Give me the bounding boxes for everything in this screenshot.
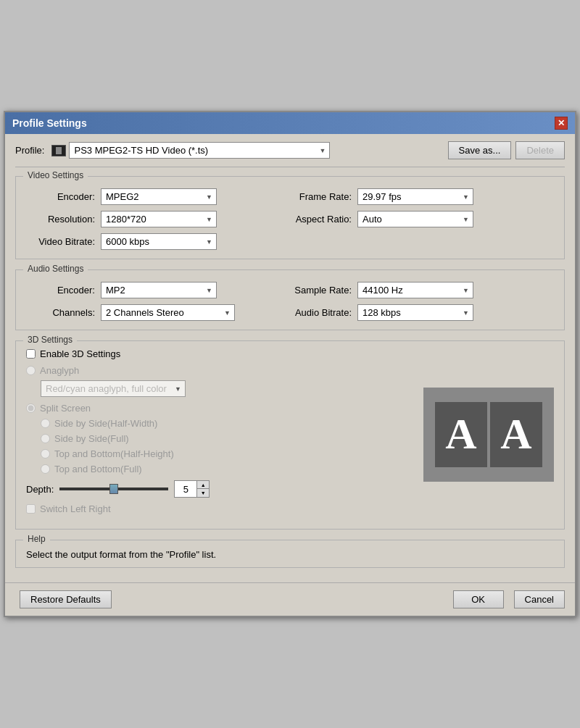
three-d-settings-section: 3D Settings Enable 3D Settings Anaglyph [15,340,565,530]
frame-rate-row: Frame Rate: 29.97 fps30 fps25 fps24 fps [290,188,554,205]
channels-select-wrapper: 2 Channels StereoMono5.1 Surround [101,304,235,321]
anaglyph-color-select-wrapper: Red/cyan anaglyph, full color [41,380,186,397]
channels-select[interactable]: 2 Channels StereoMono5.1 Surround [101,304,235,321]
aspect-ratio-row: Aspect Ratio: Auto16:94:3 [290,211,554,227]
side-by-side-half-radio[interactable] [41,419,50,428]
three-d-left: Enable 3D Settings Anaglyph Red/cyan ana… [26,348,409,520]
audio-encoder-select[interactable]: MP2AACMP3AC3 [101,282,217,298]
resolution-label: Resolution: [26,214,95,225]
profile-select-wrapper-inner: PS3 MPEG2-TS HD Video (*.ts) [69,142,330,159]
audio-encoder-select-wrapper: MP2AACMP3AC3 [101,282,217,298]
sample-rate-row: Sample Rate: 44100 Hz48000 Hz22050 Hz [290,282,554,298]
top-bottom-full-radio[interactable] [41,464,50,474]
side-by-side-full-label: Side by Side(Full) [54,433,129,444]
enable-3d-checkbox[interactable] [26,349,36,359]
resolution-select[interactable]: 1280*7201920*1080640*480 [101,211,217,227]
profile-settings-dialog: Profile Settings ✕ Profile: PS3 MPEG2-TS… [4,111,576,617]
depth-label: Depth: [26,484,54,495]
depth-input[interactable] [175,484,196,495]
depth-spin-buttons: ▲ ▼ [196,481,209,497]
side-by-side-half-label: Side by Side(Half-Width) [54,418,157,429]
video-bitrate-select[interactable]: 6000 kbps8000 kbps4000 kbps [101,233,217,250]
cancel-button[interactable]: Cancel [514,590,565,608]
channels-label: Channels: [26,307,95,318]
video-settings-title: Video Settings [23,170,88,180]
side-by-side-full-row: Side by Side(Full) [41,433,409,444]
side-by-side-half-row: Side by Side(Half-Width) [41,418,409,429]
audio-settings-left: Encoder: MP2AACMP3AC3 Channels: 2 Chann [26,282,290,321]
depth-slider[interactable] [59,488,168,490]
audio-settings-grid: Encoder: MP2AACMP3AC3 Channels: 2 Chann [26,277,554,321]
aspect-ratio-label: Aspect Ratio: [290,214,352,225]
profile-label: Profile: [15,145,44,156]
top-bottom-full-label: Top and Bottom(Full) [54,464,142,474]
anaglyph-radio[interactable] [26,366,36,375]
audio-settings-title: Audio Settings [23,264,88,274]
channels-row: Channels: 2 Channels StereoMono5.1 Surro… [26,304,290,321]
video-settings-section: Video Settings Encoder: MPEG2H.264H.265 [15,176,565,259]
switch-left-right-row: Switch Left Right [26,503,409,514]
help-section: Help Select the output format from the "… [15,540,565,568]
video-bitrate-row: Video Bitrate: 6000 kbps8000 kbps4000 kb… [26,233,290,250]
video-encoder-select[interactable]: MPEG2H.264H.265 [101,188,217,205]
split-screen-options: Side by Side(Half-Width) Side by Side(Fu… [41,418,409,474]
title-bar: Profile Settings ✕ [5,112,575,134]
audio-bitrate-select[interactable]: 128 kbps192 kbps256 kbps320 kbps [357,304,473,321]
video-settings-grid: Encoder: MPEG2H.264H.265 Resolution: 12 [26,184,554,250]
frame-rate-select[interactable]: 29.97 fps30 fps25 fps24 fps [357,188,473,205]
video-bitrate-select-wrapper: 6000 kbps8000 kbps4000 kbps [101,233,217,250]
video-encoder-select-wrapper: MPEG2H.264H.265 [101,188,217,205]
aspect-ratio-select[interactable]: Auto16:94:3 [357,211,473,227]
help-text: Select the output format from the "Profi… [26,549,554,560]
ok-button[interactable]: OK [453,590,504,608]
frame-rate-select-wrapper: 29.97 fps30 fps25 fps24 fps [357,188,473,205]
bottom-right-buttons: OK Cancel [449,590,565,608]
restore-defaults-button[interactable]: Restore Defaults [20,590,112,608]
enable-3d-label[interactable]: Enable 3D Settings [40,348,120,359]
depth-spinner: ▲ ▼ [174,480,210,498]
audio-encoder-label: Encoder: [26,285,95,296]
switch-left-right-checkbox[interactable] [26,504,36,514]
depth-row: Depth: ▲ ▼ [26,480,409,498]
audio-settings-right: Sample Rate: 44100 Hz48000 Hz22050 Hz Au… [290,282,554,321]
anaglyph-label: Anaglyph [40,365,79,376]
anaglyph-row: Anaglyph [26,365,409,376]
profile-select[interactable]: PS3 MPEG2-TS HD Video (*.ts) [69,142,330,159]
split-screen-radio[interactable] [26,403,36,413]
bottom-bar: Restore Defaults OK Cancel [5,582,575,616]
enable-3d-row: Enable 3D Settings [26,348,409,359]
top-bottom-half-label: Top and Bottom(Half-Height) [54,448,174,459]
close-button[interactable]: ✕ [555,117,568,130]
split-screen-label: Split Screen [40,403,91,414]
depth-increment-button[interactable]: ▲ [197,481,209,489]
top-bottom-half-radio[interactable] [41,449,50,459]
side-by-side-full-radio[interactable] [41,434,50,443]
dialog-title: Profile Settings [12,117,87,129]
three-d-preview: A A [423,348,554,520]
three-d-layout: Enable 3D Settings Anaglyph Red/cyan ana… [26,348,554,520]
profile-row: Profile: PS3 MPEG2-TS HD Video (*.ts) Sa… [15,141,565,167]
delete-button[interactable]: Delete [515,141,565,159]
resolution-row: Resolution: 1280*7201920*1080640*480 [26,211,290,227]
split-screen-row: Split Screen [26,403,409,414]
video-encoder-label: Encoder: [26,191,95,202]
video-encoder-row: Encoder: MPEG2H.264H.265 [26,188,290,205]
sample-rate-select[interactable]: 44100 Hz48000 Hz22050 Hz [357,282,473,298]
frame-rate-label: Frame Rate: [290,191,352,202]
sample-rate-select-wrapper: 44100 Hz48000 Hz22050 Hz [357,282,473,298]
aa-letter-right: A [490,402,542,467]
help-title: Help [23,534,50,544]
switch-left-right-label: Switch Left Right [40,503,111,514]
save-as-button[interactable]: Save as... [448,141,512,159]
audio-encoder-row: Encoder: MP2AACMP3AC3 [26,282,290,298]
audio-settings-section: Audio Settings Encoder: MP2AACMP3AC3 [15,269,565,330]
aspect-ratio-select-wrapper: Auto16:94:3 [357,211,473,227]
top-bottom-half-row: Top and Bottom(Half-Height) [41,448,409,459]
depth-decrement-button[interactable]: ▼ [197,489,209,497]
audio-bitrate-label: Audio Bitrate: [290,307,352,318]
anaglyph-color-select[interactable]: Red/cyan anaglyph, full color [41,380,186,397]
audio-bitrate-select-wrapper: 128 kbps192 kbps256 kbps320 kbps [357,304,473,321]
profile-icon [51,145,66,156]
profile-select-wrapper: PS3 MPEG2-TS HD Video (*.ts) [51,142,437,159]
three-d-settings-title: 3D Settings [23,335,77,345]
